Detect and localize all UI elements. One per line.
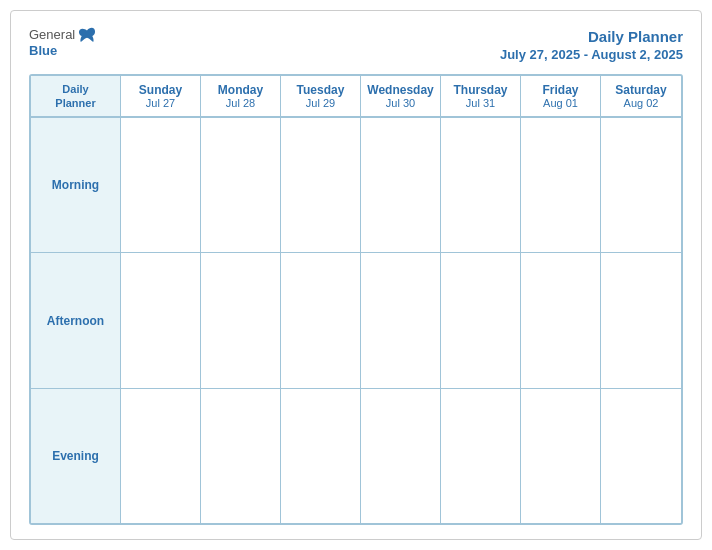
afternoon-monday-cell[interactable]: [201, 253, 281, 387]
logo: General Blue: [29, 27, 96, 59]
header-monday: Monday Jul 28: [201, 76, 281, 117]
afternoon-saturday-cell[interactable]: [601, 253, 681, 387]
morning-label: Morning: [52, 178, 99, 192]
evening-wednesday-cell[interactable]: [361, 389, 441, 523]
day-name-tuesday: Tuesday: [297, 83, 345, 97]
morning-label-cell: Morning: [31, 118, 121, 252]
day-date-monday: Jul 28: [226, 97, 255, 109]
day-date-tuesday: Jul 29: [306, 97, 335, 109]
morning-row: Morning: [31, 118, 681, 253]
evening-thursday-cell[interactable]: [441, 389, 521, 523]
afternoon-label: Afternoon: [47, 314, 104, 328]
day-date-thursday: Jul 31: [466, 97, 495, 109]
day-name-thursday: Thursday: [453, 83, 507, 97]
day-name-friday: Friday: [542, 83, 578, 97]
logo-blue-text: Blue: [29, 43, 57, 59]
header-tuesday: Tuesday Jul 29: [281, 76, 361, 117]
afternoon-sunday-cell[interactable]: [121, 253, 201, 387]
afternoon-wednesday-cell[interactable]: [361, 253, 441, 387]
day-name-wednesday: Wednesday: [367, 83, 433, 97]
morning-wednesday-cell[interactable]: [361, 118, 441, 252]
day-name-monday: Monday: [218, 83, 263, 97]
day-name-sunday: Sunday: [139, 83, 182, 97]
evening-row: Evening: [31, 389, 681, 523]
evening-saturday-cell[interactable]: [601, 389, 681, 523]
header-wednesday: Wednesday Jul 30: [361, 76, 441, 117]
day-date-sunday: Jul 27: [146, 97, 175, 109]
afternoon-friday-cell[interactable]: [521, 253, 601, 387]
morning-saturday-cell[interactable]: [601, 118, 681, 252]
header-saturday: Saturday Aug 02: [601, 76, 681, 117]
evening-label: Evening: [52, 449, 99, 463]
afternoon-row: Afternoon: [31, 253, 681, 388]
page: General Blue Daily Planner July 27, 2025…: [10, 10, 702, 540]
title-block: Daily Planner July 27, 2025 - August 2, …: [500, 27, 683, 62]
day-date-wednesday: Jul 30: [386, 97, 415, 109]
logo-general-text: General: [29, 27, 75, 43]
calendar: DailyPlanner Sunday Jul 27 Monday Jul 28…: [29, 74, 683, 526]
header: General Blue Daily Planner July 27, 2025…: [29, 27, 683, 62]
title-main: Daily Planner: [500, 27, 683, 47]
afternoon-tuesday-cell[interactable]: [281, 253, 361, 387]
evening-label-cell: Evening: [31, 389, 121, 523]
header-daily-planner-label: DailyPlanner: [55, 82, 95, 111]
day-date-friday: Aug 01: [543, 97, 578, 109]
afternoon-label-cell: Afternoon: [31, 253, 121, 387]
afternoon-thursday-cell[interactable]: [441, 253, 521, 387]
day-date-saturday: Aug 02: [624, 97, 659, 109]
morning-sunday-cell[interactable]: [121, 118, 201, 252]
evening-monday-cell[interactable]: [201, 389, 281, 523]
calendar-header-row: DailyPlanner Sunday Jul 27 Monday Jul 28…: [31, 76, 681, 119]
morning-friday-cell[interactable]: [521, 118, 601, 252]
day-name-saturday: Saturday: [615, 83, 666, 97]
evening-tuesday-cell[interactable]: [281, 389, 361, 523]
header-thursday: Thursday Jul 31: [441, 76, 521, 117]
morning-monday-cell[interactable]: [201, 118, 281, 252]
evening-friday-cell[interactable]: [521, 389, 601, 523]
evening-sunday-cell[interactable]: [121, 389, 201, 523]
morning-thursday-cell[interactable]: [441, 118, 521, 252]
calendar-body: Morning Afternoon: [31, 118, 681, 523]
header-sunday: Sunday Jul 27: [121, 76, 201, 117]
logo-bird-icon: [78, 27, 96, 43]
header-friday: Friday Aug 01: [521, 76, 601, 117]
morning-tuesday-cell[interactable]: [281, 118, 361, 252]
header-label-cell: DailyPlanner: [31, 76, 121, 117]
title-date: July 27, 2025 - August 2, 2025: [500, 47, 683, 62]
